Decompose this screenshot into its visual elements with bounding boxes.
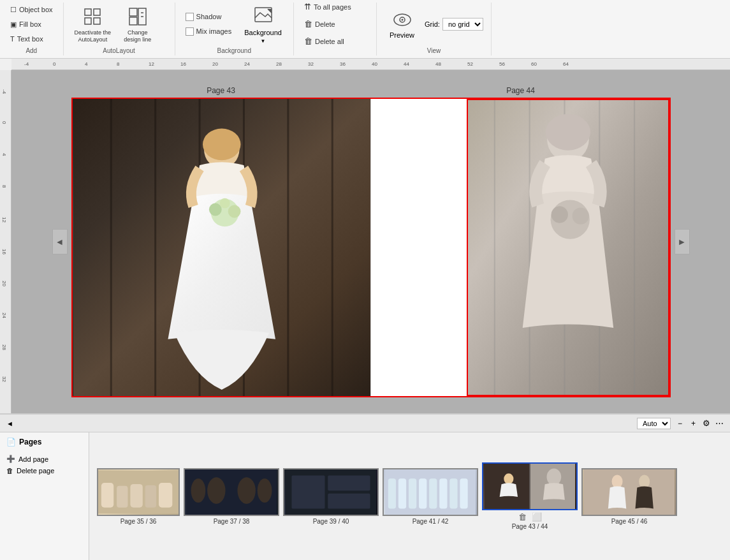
thumb-35-36-item[interactable]: Page 35 / 36	[97, 468, 180, 525]
page-left	[73, 99, 372, 396]
preview-icon	[393, 11, 412, 29]
left-arrow-icon[interactable]: ◄	[6, 420, 13, 427]
deactivate-autolayout-button[interactable]: Deactivate theAutoLayout	[70, 4, 116, 54]
zoom-out-button[interactable]: −	[676, 419, 684, 428]
toolbar-section-background: Shadow Mix images Background ▼ Backgroun…	[175, 3, 294, 55]
svg-rect-1	[94, 9, 100, 15]
delete-button[interactable]: 🗑 Delete	[300, 17, 355, 31]
page-labels: Page 43 Page 44	[71, 86, 671, 95]
thumb-37-38-image[interactable]	[184, 468, 279, 516]
page-right	[371, 99, 669, 396]
thumb-41-42-image[interactable]	[383, 468, 478, 516]
svg-rect-3	[94, 18, 100, 24]
svg-rect-52	[328, 475, 370, 490]
object-box-button[interactable]: ☐ Object box	[6, 3, 57, 17]
svg-rect-55	[388, 478, 396, 508]
change-design-line-button[interactable]: Changedesign line	[119, 4, 156, 54]
background-icon	[254, 6, 273, 27]
shadow-button[interactable]: Shadow	[182, 10, 226, 24]
svg-point-47	[237, 477, 255, 504]
svg-point-70	[639, 475, 650, 488]
nav-next-button[interactable]: ►	[675, 229, 690, 254]
view-section-label: View	[377, 47, 491, 54]
mix-images-checkbox[interactable]	[186, 27, 194, 36]
svg-point-69	[612, 475, 623, 488]
svg-point-26	[228, 205, 240, 218]
more-icon[interactable]: ⋯	[715, 418, 724, 428]
thumb-37-38-label: Page 37 / 38	[214, 518, 250, 525]
delete-page-icon: 🗑	[6, 467, 13, 475]
bottom-bar: ◄ Auto − + ⚙ ⋯	[0, 415, 730, 432]
page43-label: Page 43	[71, 86, 371, 95]
text-box-button[interactable]: T Text box	[6, 33, 57, 45]
background-label: Background	[244, 29, 282, 36]
change-design-line-label: Changedesign line	[124, 29, 151, 43]
thumb-41-42-label: Page 41 / 42	[412, 518, 449, 525]
fill-box-icon: ▣	[10, 20, 17, 29]
to-all-pages-icon: ⇈	[304, 2, 311, 11]
grid-select[interactable]: no grid	[442, 18, 483, 31]
thumb-45-46-image[interactable]	[581, 468, 677, 516]
book-spread[interactable]	[71, 98, 671, 397]
auto-select[interactable]: Auto	[637, 418, 671, 429]
thumb-39-40-image[interactable]	[283, 468, 379, 516]
svg-point-35	[545, 114, 590, 151]
thumb-43-44-trash-icon[interactable]: 🗑	[518, 512, 527, 522]
bottom-panel: ◄ Auto − + ⚙ ⋯ 📄 Pages ➕ Add page 🗑	[0, 413, 730, 560]
settings-icon[interactable]: ⚙	[703, 418, 710, 428]
svg-point-46	[207, 477, 225, 504]
shadow-checkbox[interactable]	[186, 13, 194, 21]
add-page-button[interactable]: ➕ Add page	[4, 453, 85, 465]
toolbar: ☐ Object box ▣ Fill box T Text box Add	[0, 0, 730, 59]
thumb-43-44-image[interactable]	[482, 462, 578, 510]
svg-point-67	[547, 469, 562, 486]
ruler-left: -4 0 4 8 12 16 20 24 28 32	[0, 70, 11, 413]
preview-button[interactable]: Preview	[383, 9, 421, 49]
add-section-label: Add	[0, 47, 63, 54]
fill-box-button[interactable]: ▣ Fill box	[6, 18, 57, 31]
thumb-39-40-item[interactable]: Page 39 / 40	[283, 468, 379, 525]
page44-label: Page 44	[371, 86, 671, 95]
svg-rect-2	[85, 18, 91, 24]
pages-icon: 📄	[6, 438, 16, 446]
mix-images-button[interactable]: Mix images	[182, 25, 236, 38]
svg-rect-0	[85, 9, 91, 15]
svg-point-48	[258, 478, 272, 503]
thumb-43-44-copy-icon[interactable]: ⬜	[532, 512, 542, 522]
nav-prev-button[interactable]: ◄	[52, 229, 68, 254]
thumb-43-44-item[interactable]: 🗑 ⬜ Page 43 / 44	[482, 462, 578, 530]
delete-all-button[interactable]: 🗑 Delete all	[300, 34, 355, 48]
svg-rect-56	[398, 478, 406, 508]
change-design-icon	[129, 8, 147, 27]
thumb-41-42-item[interactable]: Page 41 / 42	[383, 468, 478, 525]
page44-bw-photo[interactable]	[467, 99, 669, 396]
to-all-pages-button[interactable]: ⇈ To all pages	[300, 0, 355, 14]
bottom-bar-right: Auto − + ⚙ ⋯	[637, 418, 724, 429]
svg-point-37	[551, 206, 567, 223]
svg-rect-61	[449, 478, 457, 508]
delete-page-button[interactable]: 🗑 Delete page	[4, 465, 85, 476]
toolbar-section-view: Preview Grid: no grid View	[377, 3, 492, 55]
thumbnails-area: 📄 Pages ➕ Add page 🗑 Delete page	[0, 432, 730, 560]
thumb-37-38-item[interactable]: Page 37 / 38	[184, 468, 279, 525]
svg-rect-59	[429, 478, 437, 508]
svg-point-14	[401, 19, 403, 21]
autolayout-icon	[84, 8, 101, 27]
page-divider	[371, 99, 372, 396]
background-dropdown-icon[interactable]: ▼	[261, 38, 266, 44]
thumb-39-40-label: Page 39 / 40	[313, 518, 349, 525]
svg-rect-57	[409, 478, 416, 508]
grid-control: Grid: no grid	[425, 18, 483, 41]
zoom-in-button[interactable]: +	[689, 419, 697, 428]
svg-point-49	[191, 478, 206, 503]
delete-all-icon: 🗑	[304, 36, 312, 46]
page44-white-space	[371, 99, 467, 396]
thumb-45-46-item[interactable]: Page 45 / 46	[581, 468, 677, 525]
pages-sidebar: 📄 Pages ➕ Add page 🗑 Delete page	[0, 432, 89, 560]
toolbar-section-actions: ⇈ To all pages 🗑 Delete 🗑 Delete all	[294, 3, 377, 55]
canvas-area: Page 43 Page 44	[11, 70, 730, 413]
thumb-45-46-label: Page 45 / 46	[611, 518, 648, 525]
svg-rect-60	[439, 478, 447, 508]
page43-photo[interactable]	[73, 99, 371, 396]
thumb-35-36-image[interactable]	[97, 468, 180, 516]
